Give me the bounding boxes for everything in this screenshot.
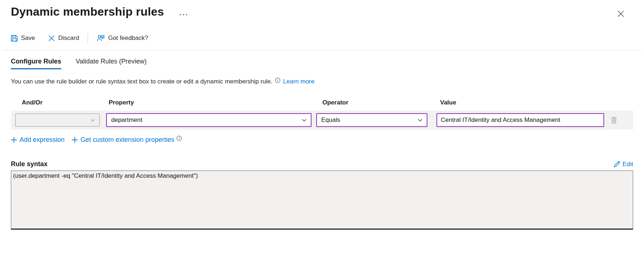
dynamic-membership-rules-blade: Dynamic membership rules ··· Save Discar… xyxy=(0,0,644,267)
and-or-dropdown[interactable] xyxy=(15,114,100,127)
page-title: Dynamic membership rules xyxy=(11,5,164,19)
floppy-disk-icon xyxy=(11,35,18,42)
person-chat-icon xyxy=(97,34,105,42)
discard-button[interactable]: Discard xyxy=(48,34,79,42)
rule-syntax-header: Rule syntax Edit xyxy=(11,160,633,168)
pencil-icon xyxy=(614,161,620,168)
chevron-down-icon xyxy=(301,117,307,123)
command-bar: Save Discard Got feedback? xyxy=(11,32,633,44)
toolbar-divider xyxy=(88,33,88,43)
got-feedback-button[interactable]: Got feedback? xyxy=(97,34,148,42)
discard-label: Discard xyxy=(58,34,79,42)
close-button[interactable] xyxy=(616,9,626,19)
info-circle-icon[interactable] xyxy=(275,78,280,83)
add-expression-label: Add expression xyxy=(20,136,64,144)
rule-expression-row: department Equals xyxy=(11,111,633,130)
feedback-label: Got feedback? xyxy=(108,34,148,42)
get-custom-extension-properties-label: Get custom extension properties xyxy=(80,136,174,144)
property-selected-value: department xyxy=(111,116,142,124)
operator-dropdown[interactable]: Equals xyxy=(316,113,427,127)
description-row: You can use the rule builder or rule syn… xyxy=(11,78,633,85)
add-expression-button[interactable]: Add expression xyxy=(11,136,64,144)
trash-icon xyxy=(610,116,618,124)
description-text: You can use the rule builder or rule syn… xyxy=(11,78,272,85)
toolbar-separator xyxy=(3,50,641,50)
close-icon xyxy=(617,10,624,17)
edit-label: Edit xyxy=(623,161,633,168)
chevron-down-icon xyxy=(90,117,96,123)
tab-configure-rules[interactable]: Configure Rules xyxy=(11,58,61,69)
rule-syntax-label: Rule syntax xyxy=(11,160,47,168)
value-input[interactable] xyxy=(436,113,604,127)
blade-header: Dynamic membership rules ··· xyxy=(11,0,633,19)
info-circle-icon[interactable] xyxy=(176,136,182,141)
save-label: Save xyxy=(21,34,35,42)
column-header-value: Value xyxy=(440,99,456,106)
chevron-down-icon xyxy=(417,117,423,123)
rule-builder: And/Or Property Operator Value departmen… xyxy=(11,99,633,144)
delete-expression-button[interactable] xyxy=(610,116,618,124)
edit-rule-syntax-button[interactable]: Edit xyxy=(614,161,633,168)
rule-builder-column-headers: And/Or Property Operator Value xyxy=(11,99,633,107)
property-dropdown[interactable]: department xyxy=(106,113,311,127)
plus-icon xyxy=(11,137,17,143)
plus-icon xyxy=(72,137,78,143)
column-header-and-or: And/Or xyxy=(22,99,43,106)
get-custom-extension-properties-button[interactable]: Get custom extension properties xyxy=(72,136,174,144)
operator-selected-value: Equals xyxy=(321,116,340,124)
ellipsis-icon[interactable]: ··· xyxy=(179,11,189,18)
tab-bar: Configure Rules Validate Rules (Preview) xyxy=(11,58,633,69)
tab-validate-rules[interactable]: Validate Rules (Preview) xyxy=(76,58,147,69)
column-header-operator: Operator xyxy=(322,99,348,106)
rule-builder-actions: Add expression Get custom extension prop… xyxy=(11,136,633,144)
rule-syntax-textbox: (user.department -eq "Central IT/Identit… xyxy=(11,171,633,230)
learn-more-link[interactable]: Learn more xyxy=(283,78,314,85)
x-icon xyxy=(48,35,55,42)
column-header-property: Property xyxy=(109,99,134,106)
save-button[interactable]: Save xyxy=(11,34,35,42)
